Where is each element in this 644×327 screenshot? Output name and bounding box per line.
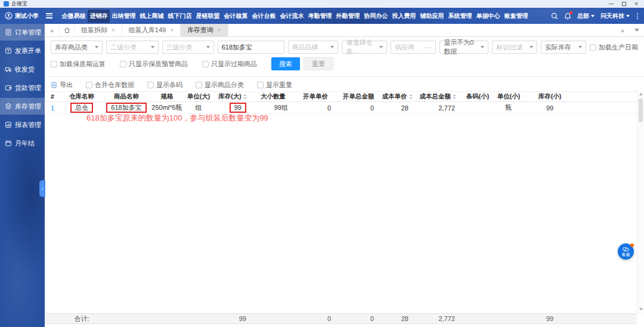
close-button[interactable]: × — [634, 1, 638, 7]
nav-item-alliance[interactable]: 星链联盟 — [194, 10, 222, 23]
table-header-row: # 仓库名称 商品名称 规格 单位(大) 库存(大) 大小数量 开单单价 开单总… — [45, 92, 637, 102]
search-icon[interactable] — [551, 13, 558, 20]
user-menu[interactable]: 测试小李 — [5, 12, 39, 20]
sidebar-item-closing[interactable]: 月年结 — [0, 135, 45, 152]
nonzero-filter-select[interactable]: 显示不为0数据 — [439, 41, 488, 54]
category-level3-select[interactable]: 三级分类 — [162, 41, 214, 54]
nav-item-expense[interactable]: 投入费用 — [390, 10, 418, 23]
nav-item-account-set[interactable]: 账套管理 — [502, 10, 530, 23]
stock-mode-select[interactable]: 实际库存 — [541, 41, 586, 54]
tab-inventory-query[interactable]: 库存查询 × — [181, 24, 228, 36]
nav-item-ledger[interactable]: 会计台账 — [250, 10, 278, 23]
col-stock-big[interactable]: 库存(大) — [213, 92, 252, 102]
maximize-button[interactable] — [622, 2, 626, 6]
nav-item-online-mall[interactable]: 线上商城 — [138, 10, 166, 23]
tab-assembly-disassembly[interactable]: 组装拆卸 × — [75, 24, 122, 36]
select-value: 显示不为0数据 — [444, 38, 478, 56]
scroll-up-arrow-icon[interactable] — [639, 92, 643, 95]
home-tab-button[interactable] — [59, 24, 75, 36]
sidebar-collapse-handle[interactable]: ‹ — [39, 180, 45, 197]
sidebar-item-orders[interactable]: 订单管理 — [0, 24, 45, 41]
org-selector[interactable]: 总部 — [577, 12, 595, 20]
nav-item-qiweiyihe[interactable]: 企微易核 — [60, 10, 88, 23]
nav-item-system[interactable]: 系统管理 — [446, 10, 474, 23]
minimize-button[interactable] — [609, 4, 614, 4]
col-cost-price[interactable]: 成本单价 — [380, 92, 414, 102]
scroll-down-arrow-icon[interactable] — [639, 308, 643, 311]
tabs-expand-button[interactable]: » — [615, 27, 630, 34]
category-level2-select[interactable]: 二级分类 — [106, 41, 158, 54]
sort-icon[interactable] — [453, 94, 456, 99]
sort-icon[interactable] — [409, 94, 413, 99]
cell-warehouse: 总仓 — [60, 102, 103, 114]
chat-icon — [623, 247, 629, 252]
customer-service-button[interactable]: 客服 — [618, 243, 634, 260]
sidebar-item-inventory[interactable]: 库存管理 — [0, 98, 45, 115]
tab-close-icon[interactable]: × — [170, 27, 174, 33]
sidebar-item-shipping[interactable]: 收发货 — [0, 61, 45, 78]
nav-item-offline-store[interactable]: 线下门店 — [166, 10, 194, 23]
tab-assembly-inbound[interactable]: 组装入库149 × — [122, 24, 181, 36]
nav-item-chuna[interactable]: 出纳管理 — [110, 10, 138, 23]
export-icon — [51, 82, 57, 88]
brand-select[interactable]: 商品品牌 — [288, 41, 339, 54]
show-weight-checkbox[interactable]: 显示重量 — [257, 81, 292, 90]
nav-item-document-center[interactable]: 单据中心 — [474, 10, 502, 23]
select-placeholder: 商品品牌 — [292, 43, 318, 52]
merge-warehouse-checkbox[interactable]: 合并仓库数据 — [86, 81, 134, 90]
supplier-picker[interactable]: 供应商··· — [391, 41, 436, 54]
row-index-link[interactable]: 1 — [51, 104, 54, 112]
more-menu-icon[interactable] — [636, 13, 639, 19]
nav-item-accounting[interactable]: 会计核算 — [222, 10, 250, 23]
checkbox-label: 合并仓库数据 — [95, 81, 134, 90]
chevron-down-icon — [481, 46, 484, 48]
nav-item-flow[interactable]: 会计流水 — [278, 10, 306, 23]
tabs-dropdown-button[interactable] — [630, 29, 644, 32]
col-label: 成本总金额 — [419, 92, 451, 100]
sidebar-item-reports[interactable]: 报表管理 — [0, 116, 45, 133]
load-production-date-checkbox[interactable]: 加载生产日期 — [590, 43, 638, 52]
nav-item-jinxiaocun[interactable]: 进销存 — [88, 10, 110, 23]
tab-close-icon[interactable]: × — [218, 27, 221, 33]
checkbox-icon — [86, 82, 92, 88]
category-level1-select[interactable]: 库存商品类 — [51, 41, 103, 54]
calendar-icon — [5, 140, 12, 147]
nav-item-field-work[interactable]: 外勤管理 — [334, 10, 362, 23]
vertical-scrollbar[interactable] — [637, 90, 644, 313]
only-shelf-warning-checkbox[interactable]: 只显示保质预警商品 — [120, 60, 188, 69]
sidebar-item-invoicing[interactable]: 发票开单 — [0, 42, 45, 59]
notifications-button[interactable] — [564, 13, 571, 20]
tabs-collapse-button[interactable]: « — [45, 24, 59, 36]
checkbox-icon — [196, 82, 202, 88]
col-cost-amount[interactable]: 成本总金额 — [414, 92, 461, 102]
search-button[interactable]: 搜索 — [271, 57, 300, 70]
warehouse-select[interactable]: 请选择仓库... — [342, 41, 387, 54]
hamburger-menu-icon[interactable] — [46, 13, 52, 18]
nav-item-auxiliary[interactable]: 辅助应用 — [418, 10, 446, 23]
app-icon — [4, 1, 9, 7]
nav-item-attendance[interactable]: 考勤管理 — [306, 10, 334, 23]
load-shelf-life-checkbox[interactable]: 加载保质期运算 — [51, 60, 106, 69]
checkbox-icon — [202, 61, 209, 67]
checkbox-label: 显示商品分类 — [205, 81, 244, 90]
select-placeholder: 供应商 — [395, 43, 414, 52]
scrollbar-thumb[interactable] — [639, 98, 643, 122]
keyword-input[interactable] — [218, 41, 284, 54]
sidebar-item-payments[interactable]: 货款管理 — [0, 79, 45, 96]
col-qty: 大小数量 — [252, 92, 294, 102]
sort-icon[interactable] — [243, 94, 247, 99]
flag-filter-select[interactable]: 标识过滤 — [492, 41, 537, 54]
show-barcode-checkbox[interactable]: 显示条码 — [147, 81, 182, 90]
tab-close-icon[interactable]: × — [112, 27, 115, 33]
show-category-checkbox[interactable]: 显示商品分类 — [196, 81, 244, 90]
company-selector[interactable]: 问天科技 — [600, 12, 630, 20]
total-cell — [45, 314, 60, 323]
table-row[interactable]: 1 总仓 618加多宝 250ml*6瓶 组 99 99组 0 0 28 2,7… — [45, 102, 637, 114]
only-expired-checkbox[interactable]: 只显示过期商品 — [202, 60, 257, 69]
reset-button[interactable]: 重置 — [304, 57, 333, 70]
export-button[interactable]: 导出 — [51, 81, 73, 90]
nav-item-collaboration[interactable]: 协同办公 — [362, 10, 390, 23]
filter-panel: 库存商品类 二级分类 三级分类 商品品牌 请选择仓库... 供应商··· 显示不… — [45, 37, 644, 77]
cell-unit-small: 瓶 — [494, 102, 523, 114]
org-name: 总部 — [577, 13, 589, 19]
